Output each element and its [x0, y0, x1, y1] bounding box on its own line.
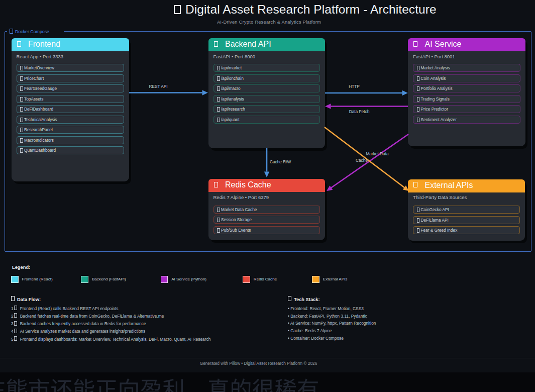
legend-label-2: AI Service (Python) [171, 277, 206, 281]
service-title: Frontend [28, 40, 60, 49]
legend-swatch-1 [81, 276, 88, 283]
service-item: ResearchPanel [17, 126, 124, 134]
tech-stack-line-3: • AI Service: NumPy, httpx, Pattern Reco… [288, 321, 376, 326]
service-box-ai: AI ServiceFastAPI • Port 8001Market Anal… [408, 38, 525, 146]
service-items: /api/market/api/onchain/api/macro/api/an… [213, 64, 320, 126]
legend-label-4: External APIs [323, 277, 348, 281]
tech-stack-line-4: • Cache: Redis 7 Alpine [288, 328, 332, 333]
keycap-emoji-tofu-icon [14, 336, 17, 341]
footer-credit: Generated with Pillow • Digital Asset Re… [0, 361, 517, 366]
item-emoji-tofu-icon [217, 118, 220, 122]
item-emoji-tofu-icon [417, 76, 420, 81]
service-item: Sentiment Analyzer [413, 116, 520, 124]
video-subtitle-text [0, 372, 535, 392]
architecture-diagram: Digital Asset Research Platform - Archit… [0, 0, 535, 392]
flow-step-text: Backend caches frequently accessed data … [20, 321, 146, 326]
service-title: AI Service [425, 40, 462, 49]
keycap-emoji-tofu-icon [14, 306, 17, 310]
item-emoji-tofu-icon [217, 66, 220, 70]
service-item-label: DeFiLlama API [421, 218, 449, 223]
service-box-backend: Backend APIFastAPI • Port 8000/api/marke… [208, 38, 326, 148]
service-item-label: /api/analysis [221, 96, 244, 102]
legend-swatch-2 [161, 276, 168, 283]
data-flow-line-5: 5Frontend displays dashboards: Market Ov… [11, 336, 210, 342]
service-item-label: TechnicalAnalysis [24, 117, 57, 122]
keycap-emoji-tofu-icon [14, 313, 17, 318]
wrench-emoji-tofu-icon [288, 296, 291, 302]
item-emoji-tofu-icon [20, 107, 23, 112]
service-item-label: Trading Signals [421, 96, 450, 102]
tech-stack-heading: Tech Stack: [288, 296, 320, 302]
service-item: Portfolio Analysis [413, 84, 520, 92]
service-item-label: Fear & Greed Index [421, 228, 458, 233]
service-item-label: /api/macro [221, 86, 241, 91]
service-item-label: Coin Analysis [421, 76, 446, 81]
subtitle-glyph [74, 378, 94, 392]
item-emoji-tofu-icon [417, 97, 420, 102]
data-flow-line-3: 3Backend caches frequently accessed data… [11, 321, 146, 326]
item-emoji-tofu-icon [217, 76, 220, 81]
flow-step-text: Frontend displays dashboards: Market Ove… [20, 337, 211, 342]
service-item-label: CoinGecko API [421, 207, 449, 212]
service-emoji-tofu-icon [413, 41, 417, 47]
service-item: Fear & Greed Index [413, 226, 520, 234]
service-subtitle: Third-Party Data Sources [413, 194, 467, 200]
service-item: Coin Analysis [413, 74, 520, 82]
service-subtitle: FastAPI • Port 8000 [213, 54, 256, 59]
item-emoji-tofu-icon [20, 118, 23, 122]
service-box-redis: Redis CacheRedis 7 Alpine • Port 6379Mar… [208, 179, 326, 240]
service-item-label: Price Predictor [421, 107, 448, 112]
legend-swatch-4 [312, 276, 319, 283]
keycap-emoji-tofu-icon [14, 321, 17, 326]
item-emoji-tofu-icon [20, 66, 23, 70]
item-emoji-tofu-icon [417, 218, 420, 223]
arrow-label-datafetch: Data Fetch [349, 109, 370, 114]
tech-stack-line-5: • Container: Docker Compose [288, 336, 344, 341]
item-emoji-tofu-icon [217, 86, 220, 91]
footer-separator [0, 358, 535, 358]
subtitle-glyph [232, 378, 251, 392]
service-item: /api/quant [213, 116, 320, 124]
tech-stack-line-1: • Frontend: React, Framer Motion, CSS3 [288, 306, 364, 311]
service-items: MarketOverviewPriceChartFearGreedGaugeTo… [17, 64, 124, 157]
item-emoji-tofu-icon [20, 97, 23, 102]
flow-step-number: 3 [11, 321, 14, 326]
flow-step-number: 4 [11, 329, 14, 334]
service-item: Trading Signals [413, 95, 520, 103]
item-emoji-tofu-icon [217, 218, 220, 222]
arrow-label-cacherw: Cache R/W [270, 159, 291, 164]
service-item-label: QuantDashboard [24, 148, 56, 153]
legend-label-0: Frontend (React) [22, 277, 53, 281]
service-header-frontend: Frontend [12, 38, 129, 51]
tech-stack-line-2: • Backend: FastAPI, Python 3.11, Pydanti… [288, 314, 367, 319]
subtitle-glyph [7, 378, 27, 392]
flow-step-text: AI Service analyzes market data and gene… [20, 329, 146, 334]
service-item: /api/macro [213, 84, 320, 92]
service-item: TopAssets [17, 95, 124, 103]
item-emoji-tofu-icon [217, 97, 220, 102]
service-item-label: Session Storage [221, 217, 252, 222]
service-subtitle: React App • Port 3333 [17, 54, 64, 59]
item-emoji-tofu-icon [217, 208, 220, 212]
service-box-external: External APIsThird-Party Data SourcesCoi… [408, 179, 525, 241]
service-item-label: TopAssets [24, 96, 43, 102]
item-emoji-tofu-icon [417, 118, 420, 122]
item-emoji-tofu-icon [417, 228, 420, 233]
service-item: PriceChart [17, 74, 124, 82]
flow-step-number: 1 [11, 306, 14, 311]
service-item: DeFiDashboard [17, 105, 124, 113]
service-item: Session Storage [213, 216, 320, 224]
arrow-label-rest: REST API [149, 84, 167, 89]
subtitle-glyph [96, 380, 117, 392]
legend-swatch-0 [11, 276, 19, 283]
item-emoji-tofu-icon [20, 86, 23, 91]
page-title: Digital Asset Research Platform - Archit… [185, 3, 437, 17]
service-emoji-tofu-icon [214, 182, 218, 187]
service-item-label: ResearchPanel [24, 127, 53, 132]
arrow-label-http: HTTP [349, 84, 360, 89]
flow-step-text: Backend fetches real-time data from Coin… [20, 314, 164, 319]
item-emoji-tofu-icon [417, 66, 420, 70]
subtitle-glyph [163, 379, 183, 392]
arrow-label-marketdata: Market Data [366, 151, 388, 156]
page-subtitle: AI-Driven Crypto Research & Analytics Pl… [0, 19, 535, 25]
